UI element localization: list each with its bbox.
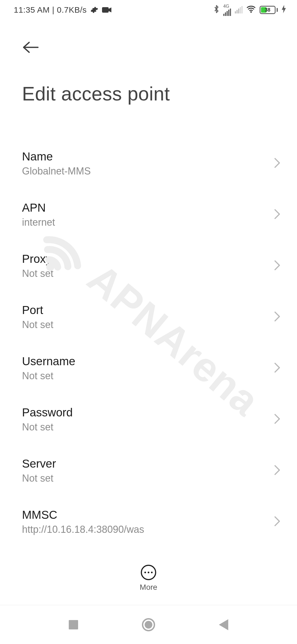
setting-row-server[interactable]: Server Not set <box>0 445 297 496</box>
more-icon <box>141 565 156 580</box>
gear-icon <box>90 6 98 14</box>
chevron-right-icon <box>274 209 280 220</box>
setting-value: http://10.16.18.4:38090/was <box>22 524 144 535</box>
page-title: Edit access point <box>22 83 275 105</box>
square-icon <box>69 620 78 629</box>
svg-rect-1 <box>102 7 109 13</box>
nav-home-button[interactable] <box>140 616 157 633</box>
nav-recents-button[interactable] <box>65 616 82 633</box>
setting-row-port[interactable]: Port Not set <box>0 291 297 343</box>
svg-point-2 <box>250 11 252 13</box>
setting-value: Not set <box>22 421 73 433</box>
video-camera-icon <box>102 7 111 13</box>
setting-label: Server <box>22 457 56 470</box>
setting-label: Name <box>22 150 91 163</box>
setting-value: Not set <box>22 319 53 331</box>
setting-value: internet <box>22 217 55 228</box>
triangle-left-icon <box>219 619 228 630</box>
setting-value: Not set <box>22 370 75 382</box>
chevron-right-icon <box>274 260 280 272</box>
chevron-right-icon <box>274 414 280 425</box>
status-bar: 11:35 AM | 0.7KB/s 4G 38 <box>0 0 297 20</box>
setting-value: Not set <box>22 268 53 279</box>
bluetooth-icon <box>213 5 219 15</box>
system-nav-bar <box>0 605 297 644</box>
nav-back-button[interactable] <box>215 616 232 633</box>
more-label: More <box>140 583 157 592</box>
overflow-more-button[interactable]: More <box>0 565 297 592</box>
setting-row-apn[interactable]: APN internet <box>0 189 297 240</box>
chevron-right-icon <box>274 465 280 476</box>
setting-label: Password <box>22 406 73 419</box>
setting-row-username[interactable]: Username Not set <box>0 343 297 394</box>
battery-indicator: 38 <box>260 6 278 14</box>
settings-list: Name Globalnet-MMS APN internet Proxy No… <box>0 138 297 599</box>
chevron-right-icon <box>274 158 280 169</box>
chevron-right-icon <box>274 516 280 528</box>
chevron-right-icon <box>274 311 280 323</box>
setting-label: APN <box>22 201 55 214</box>
setting-label: Port <box>22 304 53 317</box>
wifi-icon <box>246 5 256 15</box>
circle-icon <box>142 618 155 631</box>
setting-label: Username <box>22 355 75 368</box>
arrow-left-icon <box>23 41 39 54</box>
charging-icon <box>282 5 286 15</box>
status-time-speed: 11:35 AM | 0.7KB/s <box>14 5 87 15</box>
setting-row-mmsc[interactable]: MMSC http://10.16.18.4:38090/was <box>0 496 297 547</box>
chevron-right-icon <box>274 362 280 374</box>
setting-value: Globalnet-MMS <box>22 165 91 177</box>
setting-row-proxy[interactable]: Proxy Not set <box>0 240 297 291</box>
setting-row-name[interactable]: Name Globalnet-MMS <box>0 138 297 189</box>
signal-sim1: 4G <box>223 4 231 16</box>
back-button[interactable] <box>22 39 40 57</box>
setting-label: Proxy <box>22 252 53 266</box>
signal-sim2 <box>235 6 243 13</box>
setting-row-password[interactable]: Password Not set <box>0 394 297 445</box>
setting-label: MMSC <box>22 508 144 522</box>
setting-value: Not set <box>22 473 56 484</box>
